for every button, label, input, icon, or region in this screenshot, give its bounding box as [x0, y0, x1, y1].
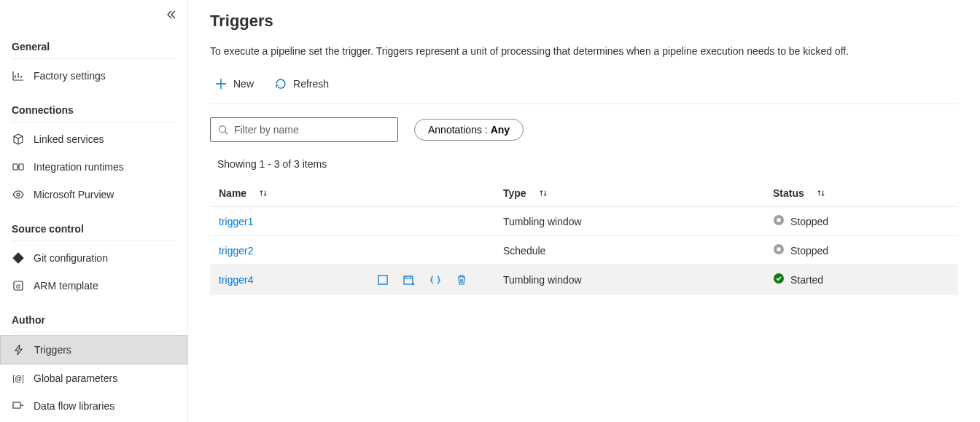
svg-rect-6 [13, 402, 20, 408]
status-started-icon [773, 273, 785, 286]
sidebar-item-label: Linked services [34, 133, 104, 145]
page-description: To execute a pipeline set the trigger. T… [210, 45, 958, 57]
triggers-table: Name Type Status [210, 180, 958, 294]
section-header: Source control [0, 217, 187, 238]
sidebar-item-label: Global parameters [34, 372, 117, 384]
bolt-icon [12, 343, 26, 356]
column-header-type[interactable]: Type [494, 180, 764, 207]
sidebar: GeneralFactory settingsConnectionsLinked… [0, 0, 188, 422]
svg-text:[@]: [@] [12, 375, 24, 383]
sidebar-item-label: Factory settings [34, 70, 106, 82]
table-row[interactable]: trigger1Tumbling windowStopped [210, 207, 958, 236]
refresh-button[interactable]: Refresh [270, 74, 333, 93]
chart-icon [12, 69, 25, 82]
annotations-value: Any [491, 124, 510, 136]
search-icon [218, 125, 228, 135]
trigger-type: Tumbling window [494, 265, 764, 294]
trigger-name-link[interactable]: trigger4 [219, 274, 253, 286]
dataflow-icon [12, 399, 25, 413]
sidebar-item-factory-settings[interactable]: Factory settings [0, 62, 187, 90]
svg-rect-12 [378, 276, 387, 284]
sort-icon [816, 188, 826, 198]
section-header: Connections [0, 98, 187, 119]
column-header-name[interactable]: Name [210, 180, 494, 207]
sidebar-item-label: ARM template [34, 280, 98, 292]
delete-icon[interactable] [455, 273, 468, 286]
section-header: General [0, 35, 187, 55]
refresh-label: Refresh [293, 78, 329, 90]
filter-input[interactable] [234, 124, 390, 136]
new-label: New [233, 78, 254, 90]
column-header-status[interactable]: Status [764, 180, 958, 207]
divider [12, 332, 176, 332]
sidebar-item-label: Microsoft Purview [34, 189, 114, 200]
sidebar-item-label: Data flow libraries [34, 400, 114, 412]
trigger-name-link[interactable]: trigger1 [219, 216, 253, 227]
divider [12, 122, 176, 122]
refresh-icon [274, 77, 287, 90]
status-cell: Stopped [773, 214, 949, 228]
status-stopped-icon [773, 243, 785, 257]
divider [12, 58, 176, 59]
trigger-type: Schedule [494, 236, 764, 265]
status-stopped-icon [773, 214, 785, 228]
sidebar-item-label: Git configuration [34, 252, 108, 264]
sidebar-item-label: Triggers [34, 344, 71, 356]
sidebar-item-integration-runtimes[interactable]: Integration runtimes [0, 153, 187, 181]
sidebar-item-linked-services[interactable]: Linked services [0, 125, 187, 153]
status-text: Stopped [790, 216, 828, 227]
param-icon: [@] [12, 372, 25, 385]
calendar-icon[interactable] [402, 273, 416, 286]
table-row[interactable]: trigger4Tumbling windowStarted [210, 265, 958, 294]
svg-rect-0 [13, 164, 18, 170]
sidebar-item-triggers[interactable]: Triggers [0, 335, 187, 364]
annotations-label: Annotations : [428, 124, 491, 136]
svg-text:@: @ [15, 284, 20, 289]
stop-icon[interactable] [376, 273, 389, 286]
sidebar-item-data-flow-libraries[interactable]: Data flow libraries [0, 392, 187, 420]
page-title: Triggers [210, 12, 958, 31]
collapse-sidebar-button[interactable] [166, 9, 177, 23]
filter-row: Annotations : Any [210, 117, 958, 142]
svg-rect-9 [777, 219, 781, 222]
filter-input-wrap[interactable] [210, 117, 398, 142]
runtime-icon [12, 160, 25, 173]
arm-icon: @ [12, 279, 25, 292]
section-header: Author [0, 308, 187, 329]
git-icon [12, 251, 25, 265]
toolbar: New Refresh [210, 70, 958, 104]
main-content: Triggers To execute a pipeline set the t… [188, 0, 980, 422]
chevron-double-left-icon [166, 9, 177, 20]
showing-count: Showing 1 - 3 of 3 items [210, 155, 958, 180]
status-text: Stopped [790, 245, 828, 257]
eye-icon [12, 188, 25, 201]
plus-icon [214, 77, 228, 90]
sidebar-item-arm-template[interactable]: @ARM template [0, 272, 187, 300]
cube-icon [12, 133, 25, 146]
annotations-filter-button[interactable]: Annotations : Any [414, 119, 524, 141]
code-icon[interactable] [429, 273, 442, 286]
sort-icon [258, 188, 268, 198]
status-cell: Started [773, 273, 949, 286]
svg-point-2 [17, 193, 20, 196]
sidebar-item-microsoft-purview[interactable]: Microsoft Purview [0, 181, 187, 208]
trigger-type: Tumbling window [494, 207, 764, 236]
trigger-name-link[interactable]: trigger2 [219, 245, 253, 257]
status-cell: Stopped [773, 243, 949, 257]
table-row[interactable]: trigger2ScheduleStopped [210, 236, 958, 265]
svg-rect-11 [777, 248, 781, 251]
divider [12, 241, 176, 241]
svg-point-7 [219, 126, 226, 133]
new-button[interactable]: New [210, 74, 258, 93]
sidebar-item-label: Integration runtimes [34, 161, 124, 173]
sidebar-item-global-parameters[interactable]: [@]Global parameters [0, 364, 187, 392]
svg-rect-13 [404, 276, 413, 284]
sort-icon [538, 188, 548, 198]
svg-rect-1 [19, 164, 23, 170]
sidebar-item-git-configuration[interactable]: Git configuration [0, 244, 187, 272]
status-text: Started [790, 274, 823, 286]
